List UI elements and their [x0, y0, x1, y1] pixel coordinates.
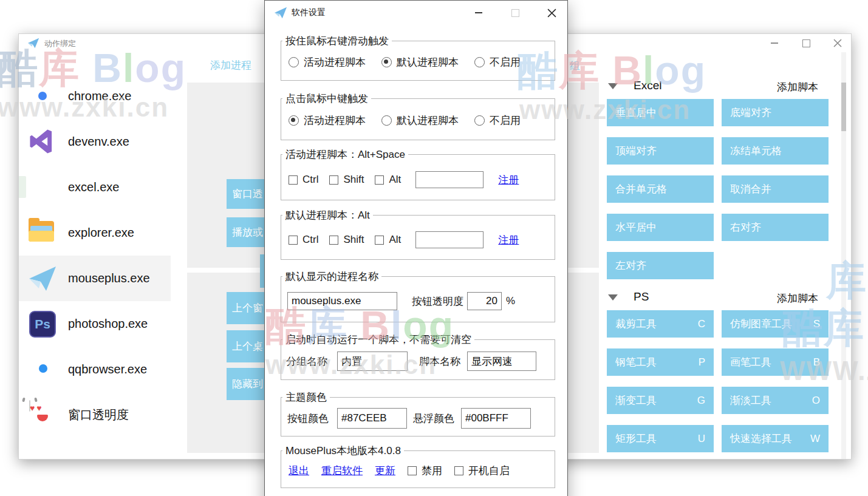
sidebar-item-window-opacity[interactable]: 窗口透明度 — [19, 392, 171, 438]
paper-plane-icon — [28, 264, 57, 293]
update-link[interactable]: 更新 — [375, 464, 395, 478]
checkbox-shift[interactable]: Shift — [329, 174, 364, 186]
radio-active-process-script[interactable]: 活动进程脚本 — [289, 114, 366, 127]
visual-studio-icon — [28, 127, 57, 157]
minimize-button[interactable] — [770, 38, 779, 48]
group-active-hotkey: 活动进程脚本：Alt+Space Ctrl Shift Alt 注册 — [281, 148, 555, 200]
script-button[interactable]: 渐淡工具O — [722, 387, 829, 414]
script-button[interactable]: 顶端对齐 — [607, 137, 714, 165]
script-name-input[interactable] — [467, 352, 536, 371]
checkbox-autostart[interactable]: 开机自启 — [454, 464, 510, 478]
sidebar-item-photoshop[interactable]: Ps photoshop.exe — [19, 301, 171, 347]
radio-icon — [381, 57, 392, 67]
group-title: 默认显示的进程名称 — [282, 270, 381, 284]
hotkey-input[interactable] — [415, 231, 484, 248]
scrollbar-thumb[interactable] — [841, 83, 846, 131]
group-autorun-script: 启动时自动运行一个脚本，不需要可清空 分组名称 脚本名称 — [281, 333, 555, 380]
settings-dialog: 软件设置 按住鼠标右键滑动触发 活动进程脚本 默认进程脚本 不启用 点击鼠标中键… — [264, 0, 568, 496]
script-button[interactable]: 画笔工具B — [722, 348, 829, 376]
radio-disabled[interactable]: 不启用 — [474, 114, 521, 127]
radio-disabled[interactable]: 不启用 — [474, 55, 521, 69]
radio-default-process-script[interactable]: 默认进程脚本 — [381, 55, 459, 69]
close-button[interactable] — [547, 8, 556, 18]
radio-default-process-script[interactable]: 默认进程脚本 — [381, 114, 459, 127]
group-middle-click-trigger: 点击鼠标中键触发 活动进程脚本 默认进程脚本 不启用 — [281, 92, 555, 140]
sidebar-item-excel[interactable]: excel.exe — [19, 165, 171, 210]
radio-icon — [474, 115, 485, 126]
group-title: 默认进程脚本：Alt — [282, 208, 373, 222]
checkbox-alt[interactable]: Alt — [375, 174, 401, 186]
checkbox-ctrl[interactable]: Ctrl — [289, 174, 318, 186]
collapse-triangle-icon[interactable] — [608, 83, 618, 89]
sidebar-item-label: excel.exe — [68, 180, 120, 194]
paper-plane-icon — [274, 6, 287, 19]
scrollbar-track[interactable] — [841, 52, 846, 459]
script-groups-panel: Excel 添加脚本 垂直居中 底端对齐 顶端对齐 冻结单元格 合并单元格 取消… — [599, 52, 842, 459]
process-name-input[interactable] — [287, 292, 397, 310]
script-button[interactable]: 冻结单元格 — [722, 137, 829, 165]
checkbox-icon — [329, 175, 338, 185]
checkbox-disable[interactable]: 禁用 — [408, 464, 442, 478]
sidebar-item-label: chrome.exe — [68, 89, 132, 103]
checkbox-icon — [408, 466, 417, 475]
minimize-button[interactable] — [474, 8, 484, 18]
group-title: 按住鼠标右键滑动触发 — [282, 34, 392, 48]
script-button[interactable]: 底端对齐 — [722, 99, 829, 126]
radio-icon — [474, 57, 485, 67]
script-button[interactable]: 矩形工具U — [607, 425, 714, 452]
script-button[interactable]: 快速选择工具W — [722, 425, 829, 452]
sidebar-item-label: photoshop.exe — [68, 317, 148, 331]
group-default-process-name: 默认显示的进程名称 按钮透明度 % — [281, 270, 555, 322]
sidebar-item-label: qqbrowser.exe — [68, 362, 147, 376]
dialog-titlebar: 软件设置 — [265, 1, 567, 25]
script-button[interactable]: 钢笔工具P — [607, 348, 714, 376]
script-button[interactable]: 渐变工具G — [607, 387, 714, 414]
checkbox-icon — [329, 236, 338, 245]
checkbox-icon — [375, 175, 384, 185]
maximize-button[interactable] — [510, 8, 520, 18]
tab-add-process[interactable]: 添加进程 — [210, 58, 251, 72]
sidebar-item-label: mouseplus.exe — [68, 271, 150, 285]
hotkey-input[interactable] — [415, 171, 484, 188]
script-button[interactable]: 水平居中 — [607, 214, 714, 241]
radio-active-process-script[interactable]: 活动进程脚本 — [289, 55, 366, 69]
add-script-button[interactable]: 添加脚本 — [777, 291, 818, 305]
script-button[interactable]: 左对齐 — [607, 252, 714, 279]
script-button[interactable]: 仿制图章工具S — [722, 310, 829, 338]
sidebar-item-qqbrowser[interactable]: qqbrowser.exe — [19, 347, 171, 392]
group-name-label: 分组名称 — [286, 355, 327, 369]
group-title: 启动时自动运行一个脚本，不需要可清空 — [282, 333, 474, 347]
hover-color-label: 悬浮颜色 — [413, 412, 454, 426]
collapse-triangle-icon[interactable] — [608, 294, 618, 301]
sidebar-item-explorer[interactable]: explorer.exe — [19, 210, 171, 256]
hover-color-input[interactable] — [461, 408, 531, 429]
sidebar-item-label: devenv.exe — [68, 135, 129, 149]
script-button[interactable]: 合并单元格 — [607, 175, 714, 203]
checkbox-ctrl[interactable]: Ctrl — [289, 234, 318, 246]
restart-link[interactable]: 重启软件 — [321, 464, 363, 478]
group-title: MousePlus本地版本4.0.8 — [282, 444, 404, 458]
group-title: 活动进程脚本：Alt+Space — [282, 148, 408, 161]
sidebar-item-chrome[interactable]: chrome.exe — [19, 73, 171, 119]
script-button[interactable]: 取消合并 — [722, 175, 829, 203]
register-link[interactable]: 注册 — [498, 233, 519, 247]
close-button[interactable] — [833, 38, 842, 48]
group-right-drag-trigger: 按住鼠标右键滑动触发 活动进程脚本 默认进程脚本 不启用 — [281, 34, 555, 81]
tab-add-group-fragment[interactable]: 组 — [570, 59, 580, 73]
script-button[interactable]: 右对齐 — [722, 214, 829, 241]
sidebar-item-mouseplus[interactable]: mouseplus.exe — [19, 256, 171, 301]
script-button[interactable]: 垂直居中 — [607, 99, 714, 126]
add-script-button[interactable]: 添加脚本 — [777, 80, 818, 94]
sidebar-item-devenv[interactable]: devenv.exe — [19, 119, 171, 165]
group-name-input[interactable] — [337, 352, 408, 371]
dialog-title: 软件设置 — [292, 7, 326, 18]
checkbox-shift[interactable]: Shift — [329, 234, 364, 246]
maximize-button[interactable] — [801, 38, 811, 48]
opacity-input[interactable] — [467, 292, 502, 310]
radio-icon — [289, 115, 299, 126]
script-button[interactable]: 裁剪工具C — [607, 310, 714, 338]
checkbox-alt[interactable]: Alt — [375, 234, 401, 246]
register-link[interactable]: 注册 — [498, 173, 519, 187]
button-color-input[interactable] — [337, 408, 407, 429]
exit-link[interactable]: 退出 — [289, 464, 309, 478]
